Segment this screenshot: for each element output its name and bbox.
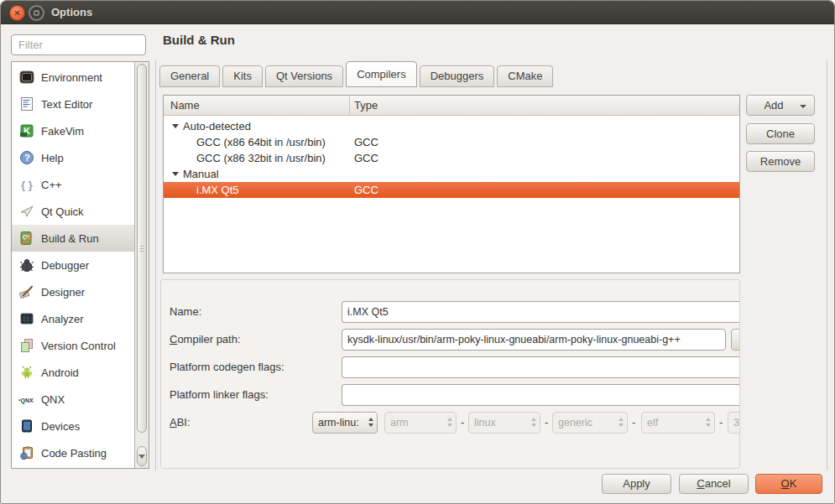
sidebar-item-code-pasting[interactable]: Code Pasting <box>12 439 135 466</box>
sidebar-item-environment[interactable]: Environment <box>12 64 135 91</box>
sidebar-item-label: FakeVim <box>41 125 84 138</box>
column-header-name[interactable]: Name <box>164 96 350 115</box>
row-name: i.MX Qt5 <box>196 182 239 198</box>
tab-cmake[interactable]: CMake <box>497 65 553 87</box>
maximize-icon <box>34 10 39 16</box>
ok-button[interactable]: OK <box>755 474 822 494</box>
table-header: Name Type <box>164 96 739 116</box>
expander-icon[interactable] <box>172 124 179 128</box>
sidebar-item-label: Version Control <box>41 340 116 352</box>
sidebar-item-android[interactable]: Android <box>12 359 135 386</box>
sidebar-item-designer[interactable]: Designer <box>12 278 135 305</box>
spin-arrows-icon <box>618 418 624 427</box>
tab-qt-versions[interactable]: Qt Versions <box>265 65 343 87</box>
spin-arrows-icon <box>706 418 711 427</box>
spin-arrows-icon <box>531 418 536 427</box>
column-header-type[interactable]: Type <box>350 96 378 115</box>
sidebar-item-qnx[interactable]: ºQNX QNX <box>12 386 135 413</box>
table-row-imx-qt5[interactable]: i.MX Qt5 GCC <box>164 182 739 198</box>
codegen-flags-label: Platform codegen flags: <box>170 361 284 373</box>
tab-kits[interactable]: Kits <box>222 65 263 87</box>
browse-button[interactable] <box>731 329 740 351</box>
tab-bar: General Kits Qt Versions Compilers Debug… <box>159 61 556 87</box>
sidebar-item-label: Text Editor <box>41 98 92 111</box>
remove-button[interactable]: Remove <box>746 151 815 172</box>
expander-icon[interactable] <box>172 172 179 176</box>
row-type: GCC <box>354 150 378 166</box>
brush-ruler-icon <box>18 283 36 300</box>
abi-format-combobox: elf <box>641 412 715 434</box>
abi-separator: - <box>632 412 635 434</box>
table-row-gcc-64[interactable]: GCC (x86 64bit in /usr/bin) GCC <box>164 134 739 150</box>
table-row-gcc-32[interactable]: GCC (x86 32bit in /usr/bin) GCC <box>164 150 739 166</box>
compiler-path-label: Compiler path: <box>170 333 241 346</box>
clipboard-globe-icon <box>18 444 36 461</box>
spin-arrows-icon <box>447 418 452 427</box>
sidebar-item-label: Android <box>41 366 79 379</box>
chevron-down-icon <box>138 455 145 459</box>
close-button[interactable]: ✕ <box>9 5 25 21</box>
page-title: Build & Run <box>163 33 235 47</box>
sidebar-item-label: Help <box>41 152 64 164</box>
codegen-flags-field[interactable] <box>342 356 740 378</box>
sidebar-item-label: Code Pasting <box>41 447 107 460</box>
android-icon <box>18 364 36 381</box>
tab-compilers[interactable]: Compilers <box>346 61 417 87</box>
abi-combobox[interactable]: arm-linu: <box>312 412 378 434</box>
add-button[interactable]: Add <box>746 95 815 116</box>
apply-button[interactable]: Apply <box>602 474 671 494</box>
maximize-button[interactable] <box>29 5 44 21</box>
spin-arrows-icon <box>368 418 373 427</box>
titlebar: ✕ Options <box>1 1 834 24</box>
qnx-logo-icon: ºQNX <box>18 391 36 408</box>
name-label: Name: <box>170 305 201 318</box>
sidebar-item-label: Qt Quick <box>41 205 84 218</box>
sidebar-item-build-and-run[interactable]: Qt Build & Run <box>12 225 135 252</box>
sidebar-item-help[interactable]: ? Help <box>12 144 135 171</box>
cancel-button[interactable]: Cancel <box>679 474 749 494</box>
compiler-path-field[interactable] <box>342 329 726 351</box>
scrollbar-thumb[interactable] <box>137 64 147 433</box>
dropdown-arrow-icon <box>800 105 806 108</box>
sidebar-item-fakevim[interactable]: K FakeVim <box>12 117 135 144</box>
sidebar-item-devices[interactable]: Devices <box>12 413 135 439</box>
linker-flags-field[interactable] <box>342 384 740 406</box>
tab-debuggers[interactable]: Debuggers <box>420 65 495 87</box>
sidebar-item-cpp[interactable]: { } C++ <box>12 171 135 198</box>
table-row-auto-detected[interactable]: Auto-detected <box>164 118 739 134</box>
sidebar-item-label: Devices <box>41 420 80 433</box>
sidebar-scrollbar[interactable] <box>134 62 149 468</box>
filter-input[interactable] <box>11 34 146 55</box>
name-field[interactable] <box>342 301 740 323</box>
table-body: Auto-detected GCC (x86 64bit in /usr/bin… <box>164 116 739 198</box>
abi-separator: - <box>545 412 548 434</box>
fakevim-icon: K <box>18 122 36 139</box>
sidebar-item-debugger[interactable]: Debugger <box>12 252 135 278</box>
tab-general[interactable]: General <box>159 65 220 87</box>
sidebar-item-label: Designer <box>41 286 85 299</box>
sidebar-item-version-control[interactable]: Version Control <box>12 332 135 359</box>
abi-label: ABI: <box>170 416 190 429</box>
row-type: GCC <box>354 182 378 198</box>
sidebar-item-text-editor[interactable]: Text Editor <box>12 91 135 117</box>
environment-icon <box>18 69 36 86</box>
sidebar-item-label: Analyzer <box>41 313 84 325</box>
abi-flavor-combobox: generic <box>552 412 628 434</box>
sidebar-item-label: QNX <box>41 393 65 406</box>
options-dialog: ✕ Options Environment Text Editor K Fake… <box>0 0 835 504</box>
sidebar-item-label: Debugger <box>41 259 89 272</box>
build-run-icon: Qt <box>18 230 36 247</box>
abi-os-combobox: linux <box>468 412 540 434</box>
abi-arch-combobox: arm <box>384 412 457 434</box>
compilers-table: Name Type Auto-detected GCC (x86 64bit i… <box>163 95 740 273</box>
sidebar-item-analyzer[interactable]: Analyzer <box>12 305 135 332</box>
row-type: GCC <box>354 134 378 150</box>
row-name: GCC (x86 32bit in /usr/bin) <box>196 150 326 166</box>
sidebar-item-qt-quick[interactable]: Qt Quick <box>12 198 135 225</box>
abi-bits-combobox: 32 <box>728 412 740 434</box>
sidebar-item-label: Environment <box>41 71 102 84</box>
table-row-manual[interactable]: Manual <box>164 166 739 182</box>
clone-button[interactable]: Clone <box>746 123 815 144</box>
scrollbar-down-button[interactable] <box>137 446 147 466</box>
sidebar-item-label: C++ <box>41 179 62 191</box>
